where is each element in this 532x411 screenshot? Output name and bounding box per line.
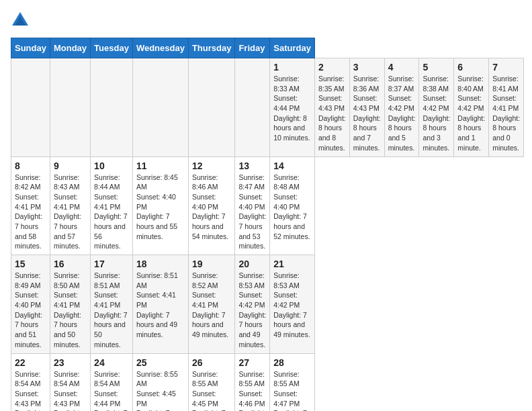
day-number: 4 <box>388 62 416 73</box>
calendar-cell: 17Sunrise: 8:51 AMSunset: 4:41 PMDayligh… <box>91 255 133 354</box>
day-info: Sunrise: 8:55 AMSunset: 4:45 PMDaylight:… <box>192 369 232 412</box>
calendar-table: SundayMondayTuesdayWednesdayThursdayFrid… <box>11 38 524 411</box>
calendar-cell <box>11 58 50 157</box>
header-row: SundayMondayTuesdayWednesdayThursdayFrid… <box>11 38 524 58</box>
calendar-cell: 14Sunrise: 8:48 AMSunset: 4:40 PMDayligh… <box>270 156 315 255</box>
day-number: 12 <box>192 161 232 171</box>
calendar-week-row: 15Sunrise: 8:49 AMSunset: 4:40 PMDayligh… <box>11 255 524 354</box>
day-info: Sunrise: 8:48 AMSunset: 4:40 PMDaylight:… <box>273 173 311 242</box>
day-number: 13 <box>238 161 266 171</box>
calendar-week-row: 1Sunrise: 8:33 AMSunset: 4:44 PMDaylight… <box>11 58 524 157</box>
day-number: 22 <box>15 357 46 368</box>
header-thursday: Thursday <box>188 38 235 58</box>
day-info: Sunrise: 8:37 AMSunset: 4:42 PMDaylight:… <box>388 74 416 153</box>
day-number: 23 <box>54 357 87 368</box>
day-number: 18 <box>136 259 185 269</box>
calendar-cell: 12Sunrise: 8:46 AMSunset: 4:40 PMDayligh… <box>188 156 235 255</box>
header-saturday: Saturday <box>270 38 315 58</box>
day-number: 11 <box>136 161 185 171</box>
calendar-cell: 20Sunrise: 8:53 AMSunset: 4:42 PMDayligh… <box>235 255 270 354</box>
day-info: Sunrise: 8:42 AMSunset: 4:41 PMDaylight:… <box>15 173 46 252</box>
day-info: Sunrise: 8:54 AMSunset: 4:44 PMDaylight:… <box>94 369 129 412</box>
day-number: 20 <box>238 259 266 269</box>
day-number: 5 <box>423 62 450 73</box>
day-info: Sunrise: 8:33 AMSunset: 4:44 PMDaylight:… <box>273 74 311 143</box>
calendar-cell: 19Sunrise: 8:52 AMSunset: 4:41 PMDayligh… <box>188 255 235 354</box>
calendar-cell: 26Sunrise: 8:55 AMSunset: 4:45 PMDayligh… <box>188 353 235 411</box>
day-number: 21 <box>273 259 311 269</box>
day-info: Sunrise: 8:54 AMSunset: 4:43 PMDaylight:… <box>15 369 46 412</box>
day-number: 10 <box>94 161 129 171</box>
calendar-cell: 9Sunrise: 8:43 AMSunset: 4:41 PMDaylight… <box>50 156 90 255</box>
calendar-week-row: 8Sunrise: 8:42 AMSunset: 4:41 PMDaylight… <box>11 156 524 255</box>
day-info: Sunrise: 8:55 AMSunset: 4:46 PMDaylight:… <box>238 369 266 412</box>
day-info: Sunrise: 8:47 AMSunset: 4:40 PMDaylight:… <box>238 173 266 252</box>
calendar-cell: 11Sunrise: 8:45 AMSunset: 4:40 PMDayligh… <box>132 156 188 255</box>
calendar-cell: 16Sunrise: 8:50 AMSunset: 4:41 PMDayligh… <box>50 255 90 354</box>
day-info: Sunrise: 8:35 AMSunset: 4:43 PMDaylight:… <box>318 74 346 153</box>
day-info: Sunrise: 8:46 AMSunset: 4:40 PMDaylight:… <box>192 173 232 242</box>
calendar-cell <box>235 58 270 157</box>
calendar-cell: 22Sunrise: 8:54 AMSunset: 4:43 PMDayligh… <box>11 353 50 411</box>
header-sunday: Sunday <box>11 38 50 58</box>
logo <box>11 11 32 30</box>
calendar-week-row: 22Sunrise: 8:54 AMSunset: 4:43 PMDayligh… <box>11 353 524 411</box>
calendar-cell: 27Sunrise: 8:55 AMSunset: 4:46 PMDayligh… <box>235 353 270 411</box>
day-number: 27 <box>238 357 266 368</box>
day-number: 2 <box>318 62 346 73</box>
calendar-cell: 23Sunrise: 8:54 AMSunset: 4:43 PMDayligh… <box>50 353 90 411</box>
calendar-cell: 1Sunrise: 8:33 AMSunset: 4:44 PMDaylight… <box>270 58 315 157</box>
calendar-cell: 18Sunrise: 8:51 AMSunset: 4:41 PMDayligh… <box>132 255 188 354</box>
day-info: Sunrise: 8:52 AMSunset: 4:41 PMDaylight:… <box>192 271 232 340</box>
day-info: Sunrise: 8:51 AMSunset: 4:41 PMDaylight:… <box>94 271 129 350</box>
day-number: 3 <box>353 62 381 73</box>
day-number: 28 <box>273 357 311 368</box>
calendar-cell: 6Sunrise: 8:40 AMSunset: 4:42 PMDaylight… <box>454 58 489 157</box>
day-number: 26 <box>192 357 232 368</box>
day-number: 17 <box>94 259 129 269</box>
header-tuesday: Tuesday <box>91 38 133 58</box>
day-number: 15 <box>15 259 46 269</box>
calendar-cell: 3Sunrise: 8:36 AMSunset: 4:43 PMDaylight… <box>349 58 384 157</box>
day-info: Sunrise: 8:53 AMSunset: 4:42 PMDaylight:… <box>273 271 311 340</box>
day-info: Sunrise: 8:51 AMSunset: 4:41 PMDaylight:… <box>136 271 185 340</box>
calendar-cell: 21Sunrise: 8:53 AMSunset: 4:42 PMDayligh… <box>270 255 315 354</box>
day-info: Sunrise: 8:40 AMSunset: 4:42 PMDaylight:… <box>457 74 485 153</box>
day-number: 6 <box>457 62 485 73</box>
calendar-cell: 15Sunrise: 8:49 AMSunset: 4:40 PMDayligh… <box>11 255 50 354</box>
day-info: Sunrise: 8:55 AMSunset: 4:45 PMDaylight:… <box>136 369 185 412</box>
calendar-cell <box>50 58 90 157</box>
header-monday: Monday <box>50 38 90 58</box>
day-number: 7 <box>492 62 520 73</box>
day-info: Sunrise: 8:36 AMSunset: 4:43 PMDaylight:… <box>353 74 381 153</box>
day-number: 8 <box>15 161 46 171</box>
calendar-cell: 25Sunrise: 8:55 AMSunset: 4:45 PMDayligh… <box>132 353 188 411</box>
day-info: Sunrise: 8:43 AMSunset: 4:41 PMDaylight:… <box>54 173 87 252</box>
calendar-cell: 13Sunrise: 8:47 AMSunset: 4:40 PMDayligh… <box>235 156 270 255</box>
day-number: 25 <box>136 357 185 368</box>
day-number: 16 <box>54 259 87 269</box>
day-info: Sunrise: 8:45 AMSunset: 4:40 PMDaylight:… <box>136 173 185 242</box>
day-number: 14 <box>273 161 311 171</box>
calendar-cell: 2Sunrise: 8:35 AMSunset: 4:43 PMDaylight… <box>314 58 349 157</box>
day-number: 9 <box>54 161 87 171</box>
calendar-cell: 10Sunrise: 8:44 AMSunset: 4:41 PMDayligh… <box>91 156 133 255</box>
calendar-cell <box>188 58 235 157</box>
calendar-cell: 28Sunrise: 8:55 AMSunset: 4:47 PMDayligh… <box>270 353 315 411</box>
day-number: 19 <box>192 259 232 269</box>
logo-icon <box>11 11 30 30</box>
day-info: Sunrise: 8:38 AMSunset: 4:42 PMDaylight:… <box>423 74 450 153</box>
day-info: Sunrise: 8:50 AMSunset: 4:41 PMDaylight:… <box>54 271 87 350</box>
calendar-cell: 7Sunrise: 8:41 AMSunset: 4:41 PMDaylight… <box>489 58 524 157</box>
day-number: 1 <box>273 62 311 73</box>
calendar-cell: 4Sunrise: 8:37 AMSunset: 4:42 PMDaylight… <box>384 58 419 157</box>
day-info: Sunrise: 8:54 AMSunset: 4:43 PMDaylight:… <box>54 369 87 412</box>
day-number: 24 <box>94 357 129 368</box>
calendar-cell: 24Sunrise: 8:54 AMSunset: 4:44 PMDayligh… <box>91 353 133 411</box>
header-friday: Friday <box>235 38 270 58</box>
calendar-cell: 5Sunrise: 8:38 AMSunset: 4:42 PMDaylight… <box>419 58 454 157</box>
day-info: Sunrise: 8:44 AMSunset: 4:41 PMDaylight:… <box>94 173 129 252</box>
day-info: Sunrise: 8:53 AMSunset: 4:42 PMDaylight:… <box>238 271 266 350</box>
calendar-cell <box>132 58 188 157</box>
header-wednesday: Wednesday <box>132 38 188 58</box>
